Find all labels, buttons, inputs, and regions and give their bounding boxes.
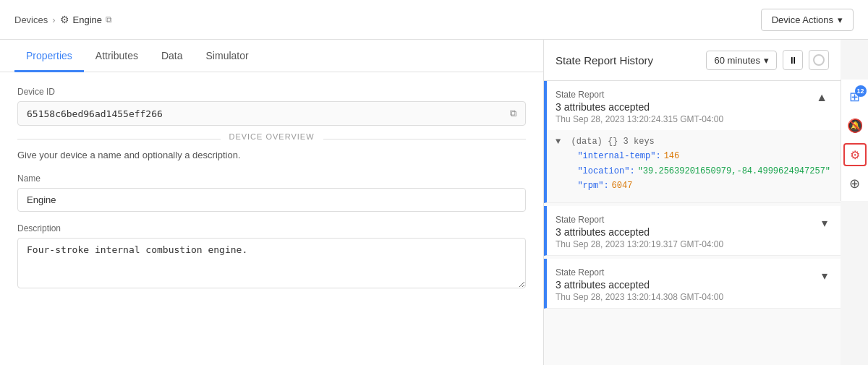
report-3-toggle-icon[interactable]: ▾ xyxy=(817,267,832,284)
time-filter-dropdown[interactable]: 60 minutes ▾ xyxy=(706,51,777,70)
report-2-toggle-icon[interactable]: ▾ xyxy=(817,215,832,231)
settings-icon: ⚙ xyxy=(850,148,860,162)
report-1-toggle-icon[interactable]: ▲ xyxy=(812,90,832,106)
breadcrumb-separator: › xyxy=(52,14,55,25)
main-layout: Properties Attributes Data Simulator Dev… xyxy=(0,40,868,365)
breadcrumb: Devices › ⚙ Engine ⧉ xyxy=(14,14,112,25)
description-field: Description Four-stroke internal combust… xyxy=(17,223,526,291)
right-panel: State Report History 60 minutes ▾ ⏸ Stat… xyxy=(544,40,841,365)
tab-data[interactable]: Data xyxy=(150,40,195,72)
report-2-info: State Report 3 attributes accepted Thu S… xyxy=(556,215,723,249)
device-actions-chevron-icon: ▾ xyxy=(838,14,843,25)
report-2-count: 3 attributes accepted xyxy=(556,226,723,238)
state-report-2: State Report 3 attributes accepted Thu S… xyxy=(544,206,841,256)
report-1-data: ▼ (data) {} 3 keys "internal-temp": 146 … xyxy=(547,130,841,202)
name-field: Name xyxy=(17,173,526,212)
sidebar-icons-panel: ⊞ 12 🔕 ⚙ ⊕ xyxy=(841,80,868,201)
report-1-header: State Report 3 attributes accepted Thu S… xyxy=(547,81,841,130)
device-id-field: Device ID 65158c6bed96ad1455eff266 ⧉ xyxy=(17,87,526,126)
time-filter-chevron: ▾ xyxy=(764,55,769,66)
report-2-type: State Report xyxy=(556,215,723,225)
report-2-time: Thu Sep 28, 2023 13:20:19.317 GMT-04:00 xyxy=(556,239,723,249)
tab-properties[interactable]: Properties xyxy=(14,40,84,72)
copy-device-name-icon[interactable]: ⧉ xyxy=(106,14,112,25)
top-header: Devices › ⚙ Engine ⧉ Device Actions ▾ xyxy=(0,0,868,40)
pause-button[interactable]: ⏸ xyxy=(783,50,803,70)
state-report-3: State Report 3 attributes accepted Thu S… xyxy=(544,259,841,309)
breadcrumb-devices-link[interactable]: Devices xyxy=(14,14,48,25)
data-val-internal-temp: 146 xyxy=(664,149,680,163)
data-key-rpm: "rpm": xyxy=(567,179,609,193)
left-content: Device ID 65158c6bed96ad1455eff266 ⧉ DEV… xyxy=(0,72,543,317)
tab-attributes[interactable]: Attributes xyxy=(84,40,150,72)
srh-controls: 60 minutes ▾ ⏸ xyxy=(706,50,829,70)
name-label: Name xyxy=(17,173,526,184)
device-name: Engine xyxy=(73,14,102,25)
state-reports-list: State Report 3 attributes accepted Thu S… xyxy=(544,81,841,365)
notifications-badge: 12 xyxy=(855,85,867,97)
section-label: DEVICE OVERVIEW xyxy=(220,132,323,141)
srh-title: State Report History xyxy=(556,54,653,66)
tabs-bar: Properties Attributes Data Simulator xyxy=(0,40,543,72)
chip-icon: ⊕ xyxy=(849,176,860,192)
tab-simulator[interactable]: Simulator xyxy=(195,40,260,72)
description-label: Description xyxy=(17,223,526,233)
device-id-box: 65158c6bed96ad1455eff266 ⧉ xyxy=(17,101,526,126)
report-1-count: 3 attributes accepted xyxy=(556,101,723,113)
device-actions-button[interactable]: Device Actions ▾ xyxy=(761,9,854,31)
left-panel: Properties Attributes Data Simulator Dev… xyxy=(0,40,544,365)
report-1-time: Thu Sep 28, 2023 13:20:24.315 GMT-04:00 xyxy=(556,114,723,124)
data-field-internal-temp: "internal-temp": 146 xyxy=(556,149,832,163)
data-val-rpm: 6047 xyxy=(612,179,633,193)
data-header: ▼ (data) {} 3 keys xyxy=(556,134,832,149)
state-report-1: State Report 3 attributes accepted Thu S… xyxy=(544,81,841,203)
refresh-circle-icon xyxy=(813,54,825,66)
description-textarea[interactable]: Four-stroke internal combustion engine. xyxy=(17,238,526,288)
copy-id-icon[interactable]: ⧉ xyxy=(510,108,516,119)
alert-icon-item[interactable]: 🔕 xyxy=(843,114,867,137)
report-2-header: State Report 3 attributes accepted Thu S… xyxy=(547,206,841,255)
device-actions-label: Device Actions xyxy=(772,14,833,25)
refresh-button[interactable] xyxy=(809,50,829,70)
data-key-location: "location": xyxy=(567,164,635,179)
device-gear-icon: ⚙ xyxy=(60,14,69,25)
settings-active-icon-item[interactable]: ⚙ xyxy=(843,143,867,166)
data-val-location: "39.25639201650979,-84.4999624947257" xyxy=(638,164,830,179)
report-3-info: State Report 3 attributes accepted Thu S… xyxy=(556,267,723,302)
device-id-label: Device ID xyxy=(17,87,526,97)
report-3-header: State Report 3 attributes accepted Thu S… xyxy=(547,259,841,308)
notifications-icon-item[interactable]: ⊞ 12 xyxy=(843,85,867,108)
report-3-count: 3 attributes accepted xyxy=(556,279,723,291)
section-description: Give your device a name and optionally a… xyxy=(17,150,526,160)
bell-slash-icon: 🔕 xyxy=(847,118,863,134)
report-3-time: Thu Sep 28, 2023 13:20:14.308 GMT-04:00 xyxy=(556,292,723,302)
name-input[interactable] xyxy=(17,188,526,212)
report-3-type: State Report xyxy=(556,267,723,278)
srh-header: State Report History 60 minutes ▾ ⏸ xyxy=(544,40,841,81)
data-key-internal-temp: "internal-temp": xyxy=(567,149,661,163)
report-1-type: State Report xyxy=(556,90,723,100)
data-field-location: "location": "39.25639201650979,-84.49996… xyxy=(556,164,832,179)
data-field-rpm: "rpm": 6047 xyxy=(556,179,832,193)
breadcrumb-current-device: ⚙ Engine ⧉ xyxy=(60,14,112,25)
time-filter-label: 60 minutes xyxy=(714,55,760,66)
device-id-value: 65158c6bed96ad1455eff266 xyxy=(27,108,163,119)
report-1-info: State Report 3 attributes accepted Thu S… xyxy=(556,90,723,124)
devices-icon-item[interactable]: ⊕ xyxy=(843,172,867,195)
